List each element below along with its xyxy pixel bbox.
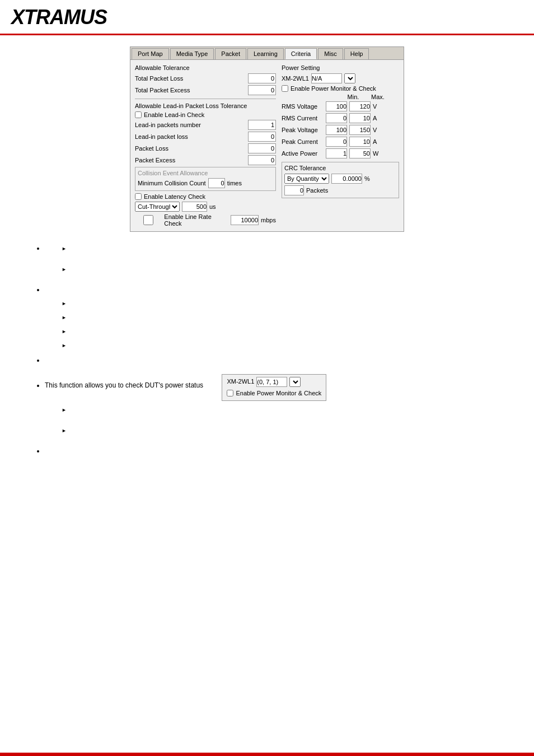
lead-in-loss-label: Lead-in packet loss bbox=[135, 133, 246, 140]
power-section: Power Setting XM-2WL1 Enable Power Monit… bbox=[282, 64, 399, 158]
packet-loss-input[interactable] bbox=[248, 143, 276, 153]
enable-power-row: Enable Power Monitor & Check bbox=[282, 85, 399, 92]
logo-x: X bbox=[11, 6, 24, 29]
line-rate-input[interactable] bbox=[231, 215, 259, 225]
logo-rest: TRAMUS bbox=[24, 6, 107, 29]
cut-through-select[interactable]: Cut-Through bbox=[135, 202, 180, 212]
bullet-1: ► ► bbox=[45, 243, 500, 274]
min-collision-row: Minimum Collision Count times bbox=[138, 178, 273, 188]
enable-latency-checkbox[interactable] bbox=[135, 193, 142, 200]
rms-voltage-max-input[interactable] bbox=[349, 101, 371, 111]
total-packet-loss-input[interactable] bbox=[248, 73, 276, 83]
lead-in-packets-row: Lead-in packets number bbox=[135, 120, 276, 130]
tab-media-type[interactable]: Media Type bbox=[170, 48, 214, 59]
tab-misc[interactable]: Misc bbox=[318, 48, 343, 59]
power-widget-select[interactable] bbox=[289, 377, 301, 387]
enable-lead-in-label: Enable Lead-in Check bbox=[144, 111, 204, 118]
crc-value-input[interactable] bbox=[331, 174, 362, 184]
bullet-2-sub3: ► bbox=[56, 326, 500, 337]
enable-line-rate-checkbox[interactable] bbox=[135, 215, 162, 225]
rms-current-unit: A bbox=[373, 115, 380, 122]
power-widget-input[interactable] bbox=[256, 377, 287, 387]
total-packet-loss-label: Total Packet Loss bbox=[135, 75, 246, 82]
xm2wl1-label: XM-2WL1 bbox=[282, 75, 309, 82]
active-power-max-input[interactable] bbox=[349, 148, 371, 158]
tab-port-map[interactable]: Port Map bbox=[132, 48, 169, 59]
lead-in-loss-row: Lead-in packet loss bbox=[135, 132, 276, 142]
peak-current-max-input[interactable] bbox=[349, 137, 371, 147]
min-collision-unit: times bbox=[227, 180, 242, 186]
latency-row: Cut-Through us bbox=[135, 202, 276, 212]
min-collision-input[interactable] bbox=[208, 178, 225, 188]
right-panel: Power Setting XM-2WL1 Enable Power Monit… bbox=[282, 64, 399, 227]
enable-power-checkbox[interactable] bbox=[282, 85, 288, 92]
rms-current-min-input[interactable] bbox=[326, 113, 347, 123]
power-widget-checkbox[interactable] bbox=[227, 390, 233, 396]
bullets-section: ► ► ► ► ► ► bbox=[17, 243, 517, 457]
peak-voltage-min-input[interactable] bbox=[326, 125, 347, 135]
packet-excess-input[interactable] bbox=[248, 155, 276, 165]
rms-voltage-min-input[interactable] bbox=[326, 101, 347, 111]
active-power-row: Active Power W bbox=[282, 148, 399, 158]
active-power-min-input[interactable] bbox=[326, 148, 347, 158]
latency-unit: us bbox=[209, 203, 216, 210]
peak-current-unit: A bbox=[373, 138, 380, 145]
footer-bar bbox=[0, 753, 534, 756]
total-packet-loss-row: Total Packet Loss bbox=[135, 73, 276, 83]
active-power-label: Active Power bbox=[282, 150, 324, 157]
power-widget-row2: Enable Power Monitor & Check bbox=[227, 389, 321, 399]
power-widget: XM-2WL1 Enable Power Monitor & Check bbox=[222, 374, 326, 402]
enable-lead-in-checkbox[interactable] bbox=[135, 111, 142, 118]
crc-unit: % bbox=[364, 175, 370, 182]
tab-help[interactable]: Help bbox=[344, 48, 369, 59]
bullet-2: ► ► ► ► bbox=[45, 284, 500, 351]
tab-packet[interactable]: Packet bbox=[215, 48, 246, 59]
xm2wl1-input[interactable] bbox=[311, 73, 342, 83]
packet-loss-label: Packet Loss bbox=[135, 145, 246, 152]
peak-voltage-unit: V bbox=[373, 127, 380, 133]
xm2wl1-row: XM-2WL1 bbox=[282, 73, 399, 83]
tab-criteria[interactable]: Criteria bbox=[285, 48, 317, 59]
total-packet-excess-row: Total Packet Excess bbox=[135, 85, 276, 95]
lead-in-packets-input[interactable] bbox=[248, 120, 276, 130]
peak-voltage-max-input[interactable] bbox=[349, 125, 371, 135]
bullet-2-sub2: ► bbox=[56, 312, 500, 323]
max-header: Max. bbox=[367, 94, 389, 100]
line-rate-unit: mbps bbox=[261, 217, 276, 223]
bullet-5 bbox=[45, 446, 500, 456]
criteria-dialog: Port Map Media Type Packet Learning Crit… bbox=[130, 46, 404, 232]
bullet-4-sub1: ► bbox=[56, 404, 500, 415]
lead-in-packets-label: Lead-in packets number bbox=[135, 122, 246, 128]
crc-packets-input[interactable] bbox=[284, 185, 304, 195]
panel-body: Allowable Tolerance Total Packet Loss To… bbox=[130, 60, 404, 231]
rms-current-max-input[interactable] bbox=[349, 113, 371, 123]
bullet-1-sub2: ► bbox=[56, 264, 500, 274]
peak-current-min-input[interactable] bbox=[326, 137, 347, 147]
header: XTRAMUS bbox=[0, 0, 534, 35]
total-packet-excess-input[interactable] bbox=[248, 85, 276, 95]
rms-current-label: RMS Current bbox=[282, 115, 324, 122]
lead-in-loss-input[interactable] bbox=[248, 132, 276, 142]
power-setting-label: Power Setting bbox=[282, 64, 399, 71]
allowable-tolerance-label: Allowable Tolerance bbox=[135, 64, 276, 71]
bullet-2-sub4: ► bbox=[56, 340, 500, 351]
latency-input[interactable] bbox=[182, 202, 207, 212]
peak-voltage-label: Peak Voltage bbox=[282, 127, 324, 133]
bullet-4-text: This function allows you to check DUT's … bbox=[45, 381, 203, 389]
rms-current-row: RMS Current A bbox=[282, 113, 399, 123]
crc-row1: By Quantity % bbox=[284, 174, 396, 184]
enable-latency-label: Enable Latency Check bbox=[144, 193, 205, 200]
crc-section: CRC Tolerance By Quantity % Packets bbox=[282, 162, 399, 198]
tab-learning[interactable]: Learning bbox=[247, 48, 284, 59]
xm2wl1-select[interactable] bbox=[344, 73, 355, 83]
rms-voltage-unit: V bbox=[373, 103, 380, 110]
peak-voltage-row: Peak Voltage V bbox=[282, 125, 399, 135]
rms-voltage-row: RMS Voltage V bbox=[282, 101, 399, 111]
collision-label: Collision Event Allowance bbox=[138, 170, 273, 176]
power-widget-label: XM-2WL1 bbox=[227, 377, 254, 387]
enable-line-rate-label: Enable Line Rate Check bbox=[164, 213, 228, 227]
bullet-3 bbox=[45, 355, 500, 366]
crc-title: CRC Tolerance bbox=[284, 165, 396, 171]
min-collision-label: Minimum Collision Count bbox=[138, 180, 206, 186]
crc-by-select[interactable]: By Quantity bbox=[284, 174, 329, 184]
